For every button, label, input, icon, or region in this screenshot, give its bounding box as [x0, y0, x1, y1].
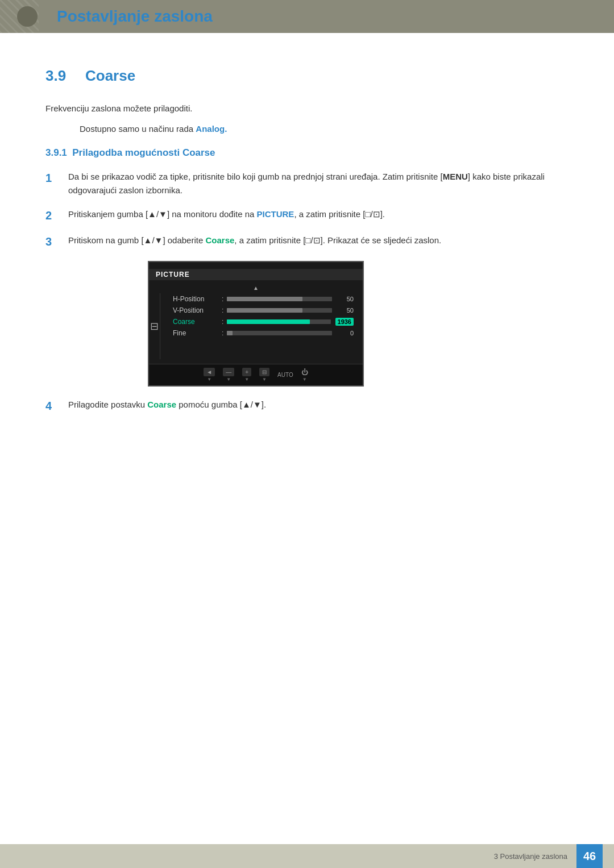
- steps-list: 1 Da bi se prikazao vodič za tipke, prit…: [45, 170, 569, 250]
- fine-fill: [227, 331, 232, 335]
- header-bar: Postavljanje zaslona: [0, 0, 614, 33]
- osd-screenshot: PICTURE ▲ ⊟ H-Position : 50: [148, 261, 364, 387]
- section-number: 3.9: [45, 67, 74, 85]
- page-title: Postavljanje zaslona: [57, 7, 213, 26]
- coarse-fill: [227, 319, 310, 324]
- footer-page-number: 46: [576, 844, 603, 868]
- picture-label: PICTURE: [257, 209, 294, 219]
- list-item: 3 Pritiskom na gumb [▲/▼] odaberite Coar…: [45, 234, 569, 250]
- osd-bottom-bar: ◄ ▼ — ▼ + ▼ ⊟ ▼ AUTO ⏻ ▼: [149, 364, 363, 385]
- osd-sidebar: ⊟: [149, 293, 160, 359]
- hposition-fill: [227, 297, 302, 301]
- menu-key: MENU: [443, 172, 468, 181]
- osd-content: H-Position : 50 V-Position :: [164, 293, 363, 359]
- intro-text: Frekvenciju zaslona možete prilagoditi.: [45, 102, 569, 115]
- main-content: 3.9 Coarse Frekvenciju zaslona možete pr…: [0, 33, 614, 840]
- fine-bar: [227, 331, 332, 335]
- osd-row-vposition: V-Position : 50: [164, 305, 363, 316]
- osd-row-hposition: H-Position : 50: [164, 293, 363, 305]
- steps-list-2: 4 Prilagodite postavku Coarse pomoću gum…: [45, 398, 569, 414]
- osd-arrow-up: ▲: [149, 285, 363, 291]
- osd-btn-menu: ⊟ ▼: [259, 368, 269, 382]
- osd-row-coarse: Coarse : 1936: [164, 316, 363, 327]
- coarse-label-step4: Coarse: [147, 400, 176, 409]
- vposition-fill: [227, 308, 302, 313]
- list-item-4: 4 Prilagodite postavku Coarse pomoću gum…: [45, 398, 569, 414]
- osd-btn-power: ⏻ ▼: [301, 368, 308, 382]
- osd-title: PICTURE: [149, 269, 363, 280]
- coarse-bar: [227, 319, 330, 324]
- header-circle: [17, 6, 38, 27]
- osd-btn-minus: — ▼: [223, 368, 234, 382]
- section-title: Coarse: [85, 67, 135, 85]
- footer-section-label: 3 Postavljanje zaslona: [494, 852, 567, 861]
- coarse-label-step3: Coarse: [205, 235, 234, 245]
- footer: 3 Postavljanje zaslona 46: [0, 844, 614, 868]
- osd-btn-auto-label: AUTO: [277, 372, 293, 378]
- vposition-bar: [227, 308, 332, 313]
- subsection-heading: 3.9.1 Prilagodba mogućnosti Coarse: [45, 147, 569, 159]
- osd-btn-left: ◄ ▼: [204, 368, 215, 382]
- section-heading: 3.9 Coarse: [45, 67, 569, 85]
- osd-row-fine: Fine : 0: [164, 327, 363, 339]
- list-item: 1 Da bi se prikazao vodič za tipke, prit…: [45, 170, 569, 197]
- hposition-bar: [227, 297, 332, 301]
- list-item: 2 Pritiskanjem gumba [▲/▼] na monitoru d…: [45, 207, 569, 223]
- osd-body: ⊟ H-Position : 50 V-Position: [149, 293, 363, 364]
- availability-text: Dostupno samo u načinu rada Analog.: [80, 122, 569, 136]
- osd-screen: PICTURE ▲ ⊟ H-Position : 50: [148, 261, 364, 387]
- osd-btn-plus: + ▼: [242, 368, 251, 382]
